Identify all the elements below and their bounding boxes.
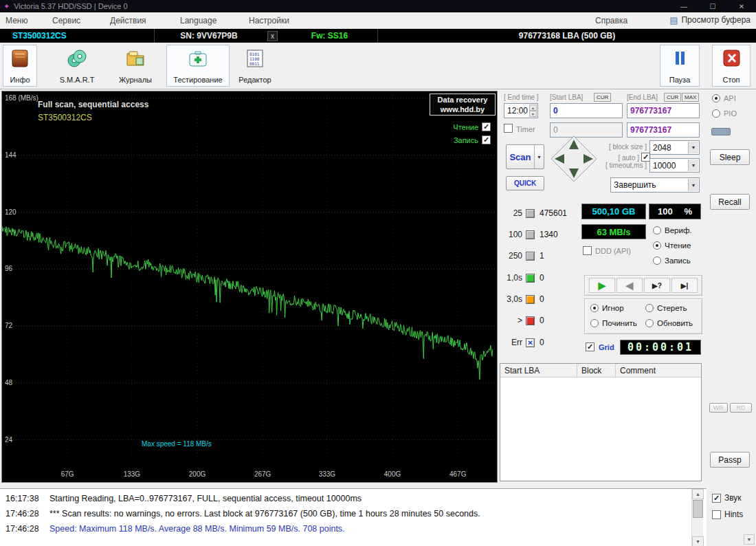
mode-radio-write[interactable]: Запись	[653, 256, 691, 265]
menu-item-service[interactable]: Сервис	[52, 16, 80, 25]
svg-text:24: 24	[5, 436, 13, 444]
action-radio-erase[interactable]: Стереть	[645, 304, 687, 312]
scan-button[interactable]: Scan ▼	[506, 144, 544, 169]
end-time-spinner[interactable]: 12:00	[504, 103, 538, 118]
play-icon[interactable]: ▶	[589, 278, 615, 293]
sound-checkbox[interactable]	[712, 494, 721, 503]
verify-radio[interactable]	[653, 226, 661, 234]
mode-radio-read[interactable]: Чтение	[653, 241, 691, 250]
smart-button[interactable]: S.M.A.R.T	[51, 45, 103, 87]
jump-question-icon[interactable]: ▶?	[644, 278, 670, 293]
refresh-label: Обновить	[657, 319, 693, 327]
menu-item-language[interactable]: Language	[180, 16, 216, 25]
minimize-icon[interactable]: —	[669, 0, 698, 12]
action-radio-refresh[interactable]: Обновить	[645, 319, 693, 327]
action-radio-ignore[interactable]: Игнор	[590, 304, 624, 312]
spin-down-icon[interactable]	[529, 111, 537, 117]
ignore-radio[interactable]	[590, 304, 599, 312]
pio-radio[interactable]	[712, 109, 720, 118]
write-checkbox[interactable]	[482, 135, 491, 144]
action-radio-repair[interactable]: Починить	[590, 319, 637, 327]
passport-button[interactable]: Passp	[710, 452, 750, 468]
menu-item-actions[interactable]: Действия	[110, 16, 146, 25]
timer-end-input[interactable]: 976773167	[627, 122, 700, 138]
testing-button[interactable]: Тестирование	[166, 45, 230, 87]
side-scroll-down-icon[interactable]: ▼	[744, 534, 755, 545]
read-checkbox[interactable]	[482, 122, 491, 131]
block-size-select[interactable]: 2048	[649, 140, 700, 155]
menu-item-help[interactable]: Справка	[595, 16, 627, 25]
hints-row[interactable]: Hints	[712, 510, 743, 519]
editor-button[interactable]: 010111000011 Редактор	[231, 45, 279, 87]
info-icon	[10, 48, 30, 72]
start-lba-cur-button[interactable]: CUR	[594, 93, 611, 102]
end-lba-input[interactable]: 976773167	[627, 103, 700, 118]
legend-read-label: Чтение	[453, 123, 478, 131]
column-header-start-lba[interactable]: Start LBA	[500, 364, 577, 378]
column-header-comment[interactable]: Comment	[616, 364, 701, 378]
right-rail: API PIO Sleep Recall WR RD Passp	[707, 91, 756, 483]
start-lba-input[interactable]: 0	[550, 103, 623, 118]
column-header-block[interactable]: Block	[577, 364, 616, 378]
refresh-radio[interactable]	[645, 319, 654, 327]
read-radio[interactable]	[653, 241, 661, 250]
write-radio[interactable]	[653, 256, 661, 265]
block-size-dropdown-icon[interactable]	[688, 142, 698, 153]
timer-checkbox[interactable]	[504, 124, 513, 133]
svg-text:48: 48	[5, 379, 13, 386]
stop-button[interactable]: Стоп	[712, 45, 751, 87]
recall-button[interactable]: Recall	[710, 194, 750, 210]
svg-text:133G: 133G	[124, 470, 141, 478]
testing-label: Тестирование	[173, 76, 222, 84]
repair-radio[interactable]	[590, 319, 599, 327]
counter-row-3s: 3,0s0	[502, 294, 579, 305]
erase-radio[interactable]	[645, 304, 654, 312]
maximize-icon[interactable]: ☐	[698, 0, 727, 12]
scan-dropdown-icon[interactable]: ▼	[534, 145, 544, 168]
finish-action-select[interactable]: Завершить	[610, 177, 700, 193]
sound-row[interactable]: Звук	[712, 493, 742, 503]
end-lba-label: [End LBA]	[627, 94, 658, 101]
end-lba-cur-button[interactable]: CUR	[664, 93, 681, 102]
counter-value: 0	[540, 273, 544, 283]
log-side-panel: Звук Hints ▼	[707, 483, 756, 546]
counter-row-100: 1001340	[502, 229, 579, 240]
api-radio[interactable]	[712, 94, 720, 102]
title-bar: ✦ Victoria 5.37 HDD/SSD | Device 0 — ☐ ✕	[0, 0, 756, 12]
finish-action-dropdown-icon[interactable]	[688, 179, 698, 191]
end-lba-max-button[interactable]: MAX	[682, 93, 699, 102]
quick-button[interactable]: QUICK	[506, 176, 544, 190]
timeout-select[interactable]: 10000	[649, 158, 700, 173]
api-radio-row[interactable]: API	[712, 94, 736, 102]
pio-radio-row[interactable]: PIO	[712, 109, 737, 118]
scroll-up-icon[interactable]: ▲	[692, 489, 704, 499]
svg-text:96: 96	[5, 265, 13, 272]
rd-button[interactable]: RD	[730, 403, 752, 413]
menu-item-menu[interactable]: Меню	[5, 16, 27, 25]
svg-text:120: 120	[5, 208, 16, 216]
jump-end-icon[interactable]: ▶|	[671, 278, 698, 293]
ddd-api-checkbox[interactable]	[583, 246, 592, 255]
write-label: Запись	[665, 256, 691, 265]
sleep-button[interactable]: Sleep	[710, 149, 750, 165]
timeout-dropdown-icon[interactable]	[688, 160, 698, 171]
grid-checkbox[interactable]	[586, 342, 594, 351]
journals-button[interactable]: Журналы	[109, 45, 162, 87]
svg-text:333G: 333G	[319, 470, 336, 478]
scrollbar-thumb[interactable]	[693, 500, 703, 518]
scroll-down-icon[interactable]: ▼	[692, 536, 704, 546]
log-scrollbar[interactable]: ▲ ▼	[691, 489, 703, 546]
wr-button[interactable]: WR	[709, 403, 728, 413]
buffer-view-button[interactable]: ▤ Просмотр буфера	[669, 15, 751, 25]
device-close-icon[interactable]: x	[267, 31, 278, 41]
spin-up-icon[interactable]	[529, 105, 537, 111]
mode-radio-verify[interactable]: Вериф.	[653, 226, 692, 234]
menu-item-settings[interactable]: Настройки	[249, 16, 289, 25]
rewind-icon[interactable]: ◀	[616, 278, 643, 293]
pause-button[interactable]: Пауза	[660, 45, 700, 87]
hints-checkbox[interactable]	[712, 510, 721, 519]
info-button[interactable]: Инфо	[3, 45, 37, 87]
window-controls: — ☐ ✕	[669, 0, 756, 12]
ddd-api-row[interactable]: DDD (API)	[583, 246, 631, 255]
close-icon[interactable]: ✕	[727, 0, 756, 12]
